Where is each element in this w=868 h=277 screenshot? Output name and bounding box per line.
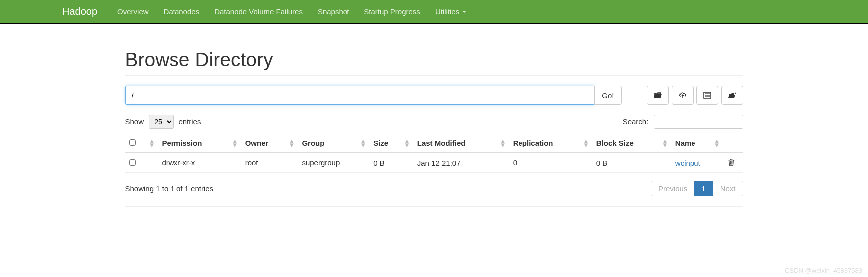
- col-size[interactable]: Size▲▼: [369, 134, 413, 153]
- col-replication[interactable]: Replication▲▼: [509, 134, 592, 153]
- toolbar-buttons: [647, 86, 743, 105]
- nav-utilities[interactable]: Utilities: [428, 1, 474, 22]
- cell-group[interactable]: supergroup: [302, 158, 340, 167]
- brand-link[interactable]: Hadoop: [62, 0, 105, 23]
- cell-replication[interactable]: 0: [513, 158, 517, 167]
- col-last-modified[interactable]: Last Modified▲▼: [413, 134, 509, 153]
- sort-icon: ▲▼: [232, 139, 238, 147]
- table-header-row: ▲▼ Permission▲▼ Owner▲▼ Group▲▼ Size▲▼ L…: [125, 134, 743, 153]
- col-group[interactable]: Group▲▼: [298, 134, 369, 153]
- select-all-checkbox[interactable]: [129, 139, 136, 146]
- path-input-group: Go!: [125, 86, 622, 105]
- search-input[interactable]: [654, 115, 743, 129]
- search-label: Search:: [623, 117, 649, 126]
- chevron-down-icon: [462, 11, 466, 13]
- upload-button[interactable]: [672, 86, 694, 105]
- search-control: Search:: [623, 115, 743, 129]
- list-icon: [703, 92, 711, 99]
- sort-icon: ▲▼: [404, 139, 410, 147]
- page-title: Browse Directory: [125, 49, 743, 71]
- path-input[interactable]: [125, 86, 595, 105]
- sort-icon: ▲▼: [583, 139, 589, 147]
- show-label: Show: [125, 117, 144, 126]
- entries-label: entries: [178, 117, 201, 126]
- page-next[interactable]: Next: [713, 181, 743, 196]
- go-button[interactable]: Go!: [594, 86, 621, 105]
- page-header: Browse Directory: [125, 24, 743, 76]
- sort-icon: ▲▼: [289, 139, 295, 147]
- upload-icon: [679, 92, 687, 99]
- cut-icon: [728, 92, 736, 99]
- col-block-size[interactable]: Block Size▲▼: [592, 134, 671, 153]
- cell-last-modified: Jan 12 21:07: [413, 153, 509, 173]
- path-controls: Go!: [125, 86, 743, 105]
- cell-owner[interactable]: root: [245, 158, 258, 167]
- navbar: Hadoop Overview Datanodes Datanode Volum…: [0, 0, 868, 24]
- table-controls: Show 25 entries Search:: [125, 115, 743, 129]
- main-container: Browse Directory Go! Show 25: [118, 24, 751, 207]
- nav-snapshot[interactable]: Snapshot: [310, 1, 356, 22]
- sort-icon: ▲▼: [360, 139, 366, 147]
- page-previous[interactable]: Previous: [651, 181, 694, 196]
- list-button[interactable]: [696, 86, 718, 105]
- cell-size: 0 B: [369, 153, 413, 173]
- cell-block-size: 0 B: [592, 153, 671, 173]
- trash-icon[interactable]: [727, 159, 735, 166]
- length-control: Show 25 entries: [125, 115, 201, 129]
- col-name[interactable]: Name▲▼: [671, 134, 723, 153]
- length-select[interactable]: 25: [149, 115, 174, 129]
- sort-icon: ▲▼: [714, 139, 720, 147]
- table-row: drwxr-xr-x root supergroup 0 B Jan 12 21…: [125, 153, 743, 173]
- pagination: Previous 1 Next: [651, 181, 743, 196]
- col-actions: [723, 134, 743, 153]
- cut-button[interactable]: [721, 86, 743, 105]
- col-sort-blank[interactable]: ▲▼: [145, 134, 158, 153]
- col-owner[interactable]: Owner▲▼: [241, 134, 298, 153]
- row-checkbox[interactable]: [129, 159, 136, 166]
- file-table: ▲▼ Permission▲▼ Owner▲▼ Group▲▼ Size▲▼ L…: [125, 134, 743, 173]
- nav-volume-failures[interactable]: Datanode Volume Failures: [207, 1, 310, 22]
- cell-name-link[interactable]: wcinput: [675, 159, 700, 167]
- sort-icon: ▲▼: [662, 139, 668, 147]
- nav-datanodes[interactable]: Datanodes: [156, 1, 207, 22]
- page-1[interactable]: 1: [694, 181, 713, 196]
- table-info: Showing 1 to 1 of 1 entries: [125, 184, 214, 193]
- col-permission[interactable]: Permission▲▼: [158, 134, 241, 153]
- new-folder-button[interactable]: [647, 86, 669, 105]
- nav-utilities-label: Utilities: [435, 7, 459, 16]
- nav-overview[interactable]: Overview: [110, 1, 156, 22]
- cell-permission[interactable]: drwxr-xr-x: [162, 158, 195, 167]
- table-footer: Showing 1 to 1 of 1 entries Previous 1 N…: [125, 177, 743, 207]
- sort-icon: ▲▼: [500, 139, 506, 147]
- col-checkbox[interactable]: [125, 134, 145, 153]
- nav-startup-progress[interactable]: Startup Progress: [356, 1, 428, 22]
- folder-open-icon: [654, 92, 662, 99]
- sort-icon: ▲▼: [149, 139, 155, 147]
